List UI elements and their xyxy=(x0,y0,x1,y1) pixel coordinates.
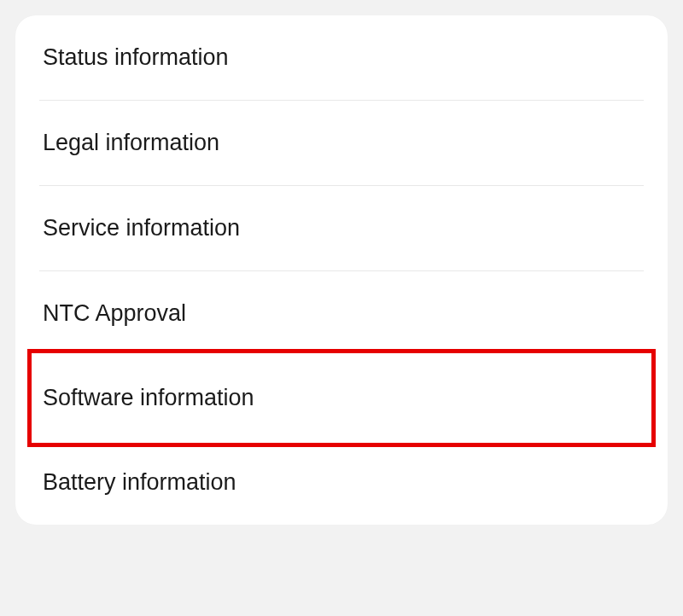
list-item-service-information[interactable]: Service information xyxy=(15,186,668,270)
list-item-software-information[interactable]: Software information xyxy=(15,356,668,440)
list-item-label: Service information xyxy=(43,215,240,241)
list-item-wrapper: Legal information xyxy=(15,101,668,185)
list-item-label: Status information xyxy=(43,44,229,70)
list-item-battery-information[interactable]: Battery information xyxy=(15,440,668,525)
list-item-wrapper: Battery information xyxy=(15,440,668,525)
list-item-label: Battery information xyxy=(43,469,236,495)
list-item-wrapper: NTC Approval xyxy=(15,271,668,356)
list-item-wrapper: Service information xyxy=(15,186,668,270)
list-item-wrapper: Software information xyxy=(15,356,668,440)
list-item-ntc-approval[interactable]: NTC Approval xyxy=(15,271,668,356)
list-item-label: Legal information xyxy=(43,130,219,155)
list-item-status-information[interactable]: Status information xyxy=(15,15,668,100)
list-item-label: Software information xyxy=(43,385,254,410)
list-item-wrapper: Status information xyxy=(15,15,668,100)
list-item-legal-information[interactable]: Legal information xyxy=(15,101,668,185)
settings-card: Status information Legal information Ser… xyxy=(15,15,668,525)
list-item-label: NTC Approval xyxy=(43,300,186,326)
